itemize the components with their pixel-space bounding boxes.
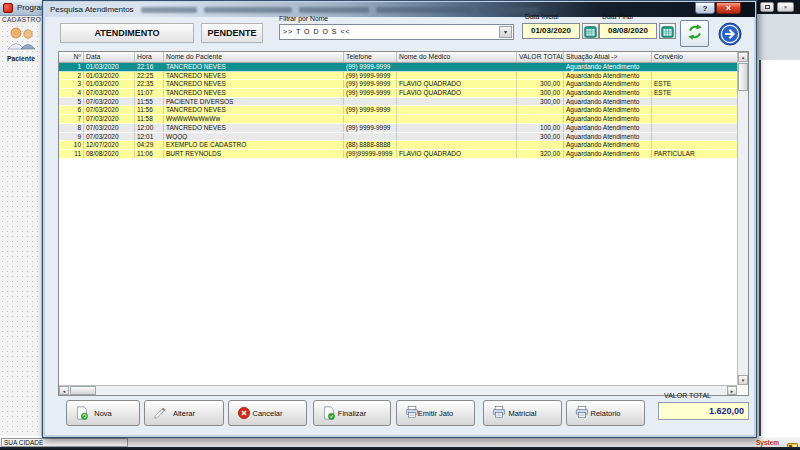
restore-window-button[interactable] <box>760 2 774 12</box>
cell-data: 01/03/2020 <box>84 63 135 71</box>
calendar-icon[interactable] <box>582 23 599 39</box>
finalizar-button[interactable]: Finalizar <box>313 400 391 426</box>
button-label: Relatório <box>590 409 620 418</box>
date-start-input[interactable]: 01/03/2020 <box>522 23 580 39</box>
column-header[interactable]: VALOR TOTAL <box>517 52 564 62</box>
cell-n: 8 <box>59 124 84 132</box>
date-end-input[interactable]: 08/08/2020 <box>599 23 657 39</box>
close-window-button[interactable]: × <box>777 2 794 12</box>
dialog-title: Pesquisa Atendimentos <box>44 5 134 14</box>
cell-telefone: (99)99999-9999 <box>344 150 397 158</box>
help-button[interactable]: ? <box>695 2 715 14</box>
filter-name-select[interactable]: >> T O D O S << ▾ <box>279 24 514 40</box>
column-header[interactable]: Situação Atual -> <box>564 52 652 62</box>
cell-hora: 12:01 <box>135 133 164 141</box>
chevron-down-icon[interactable]: ▾ <box>499 26 512 38</box>
alterar-button[interactable]: Alterar <box>144 400 224 426</box>
cell-situacao: Aguardando Atendimento <box>564 89 652 97</box>
cell-convenio: ESTE <box>652 89 739 97</box>
printer-icon <box>405 406 419 420</box>
cell-data: 07/03/2020 <box>84 106 135 114</box>
filter-selected-value: >> T O D O S << <box>283 28 351 35</box>
printer-icon <box>575 406 589 420</box>
table-row[interactable]: 1108/08/202011:06BURT REYNOLDS(99)99999-… <box>59 150 737 159</box>
cell-situacao: Aguardando Atendimento <box>564 63 652 71</box>
scroll-down-icon[interactable]: ▾ <box>738 375 748 385</box>
table-row[interactable]: 707/03/202011:58WwWwWwWwWwAguardando Ate… <box>59 115 737 124</box>
cell-medico <box>397 72 517 80</box>
table-row[interactable]: 201/03/202022:25TANCREDO NEVES(99) 9999-… <box>59 72 737 81</box>
table-row[interactable]: 807/03/202012:00TANCREDO NEVES(99) 9999-… <box>59 124 737 133</box>
tab-atendimento[interactable]: ATENDIMENTO <box>60 23 194 43</box>
close-dialog-button[interactable]: × <box>716 2 741 14</box>
valor-total-label: VALOR TOTAL <box>664 392 711 399</box>
cell-situacao: Aguardando Atendimento <box>564 150 652 158</box>
cell-convenio <box>652 124 739 132</box>
restore-icon <box>765 5 770 9</box>
cell-situacao: Aguardando Atendimento <box>564 80 652 88</box>
cell-data: 01/03/2020 <box>84 72 135 80</box>
table-row[interactable]: 407/03/202011:07TANCREDO NEVES(99) 9999-… <box>59 89 737 98</box>
nova-button[interactable]: Nova <box>66 400 140 426</box>
cell-situacao: Aguardando Atendimento <box>564 133 652 141</box>
table-row[interactable]: 607/03/202011:56TANCREDO NEVES(99) 9999-… <box>59 106 737 115</box>
sidebar-item-paciente[interactable]: Paciente <box>2 26 40 80</box>
background-sidebar: Paciente <box>0 24 42 436</box>
scroll-left-icon[interactable]: ◂ <box>59 386 69 395</box>
cell-data: 12/07/2020 <box>84 141 135 149</box>
background-right-strip <box>757 14 800 60</box>
horizontal-scroll-thumb[interactable] <box>70 386 96 395</box>
table-row[interactable]: 301/03/202022:35TANCREDO NEVES(99) 9999-… <box>59 80 737 89</box>
cell-n: 10 <box>59 141 84 149</box>
cell-n: 1 <box>59 63 84 71</box>
status-system-label: System <box>756 439 779 446</box>
check-document-icon <box>322 406 336 420</box>
column-header[interactable]: Hora <box>135 52 164 62</box>
vertical-scroll-thumb[interactable] <box>738 63 748 91</box>
cell-convenio <box>652 141 739 149</box>
scroll-up-icon[interactable]: ▴ <box>738 52 748 62</box>
tab-pendente[interactable]: PENDENTE <box>201 23 263 43</box>
table-row[interactable]: 907/03/202012:01WQQQ300,00Aguardando Ate… <box>59 133 737 142</box>
matricial-button[interactable]: Matricial <box>483 400 562 426</box>
cell-n: 2 <box>59 72 84 80</box>
table-row[interactable]: 1012/07/202004:29EXEMPLO DE CADASTRO(88)… <box>59 141 737 150</box>
vertical-scrollbar[interactable]: ▴ ▾ <box>737 52 748 385</box>
column-header[interactable]: Data <box>84 52 135 62</box>
scroll-right-icon[interactable]: ▸ <box>727 386 737 395</box>
cell-medico <box>397 124 517 132</box>
cell-data: 07/03/2020 <box>84 133 135 141</box>
cell-valor: 300,00 <box>517 89 564 97</box>
refresh-icon <box>686 23 704 45</box>
column-header[interactable]: Nº <box>59 52 84 62</box>
refresh-button[interactable] <box>680 20 709 47</box>
cell-telefone <box>344 98 397 106</box>
calendar-icon[interactable] <box>659 23 676 39</box>
table-row[interactable]: 507/03/202011:55PACIENTE DIVERSOS300,00A… <box>59 98 737 107</box>
dialog-titlebar[interactable]: Pesquisa Atendimentos <box>44 2 755 17</box>
cell-situacao: Aguardando Atendimento <box>564 141 652 149</box>
search-go-button[interactable] <box>718 22 742 46</box>
cell-medico: FLAVIO QUADRADO <box>397 89 517 97</box>
column-header[interactable]: Convênio <box>652 52 739 62</box>
relatorio-button[interactable]: Relatório <box>566 400 645 426</box>
cell-situacao: Aguardando Atendimento <box>564 98 652 106</box>
cancelar-button[interactable]: Cancelar <box>228 400 307 426</box>
grid-header: NºDataHoraNome do PacienteTelefoneNome d… <box>59 52 737 63</box>
button-label: Finalizar <box>338 409 366 418</box>
menu-item-cadastros[interactable]: CADASTROS <box>2 16 46 23</box>
cell-convenio: ESTE <box>652 80 739 88</box>
cell-hora: 22:35 <box>135 80 164 88</box>
background-right-panel <box>759 60 800 436</box>
cell-valor: 300,00 <box>517 80 564 88</box>
status-city: SUA CIDADE <box>1 438 128 447</box>
cell-paciente: BURT REYNOLDS <box>164 150 344 158</box>
column-header[interactable]: Nome do Paciente <box>164 52 344 62</box>
column-header[interactable]: Nome do Médico <box>397 52 517 62</box>
horizontal-scrollbar[interactable]: ◂ ▸ <box>59 385 737 395</box>
sidebar-item-label: Paciente <box>2 55 40 62</box>
table-row[interactable]: 101/03/202022:16TANCREDO NEVES(99) 9999-… <box>59 63 737 72</box>
cell-telefone: (99) 9999-9999 <box>344 63 397 71</box>
emitir-jato-button[interactable]: Emitir Jato <box>396 400 475 426</box>
column-header[interactable]: Telefone <box>344 52 397 62</box>
